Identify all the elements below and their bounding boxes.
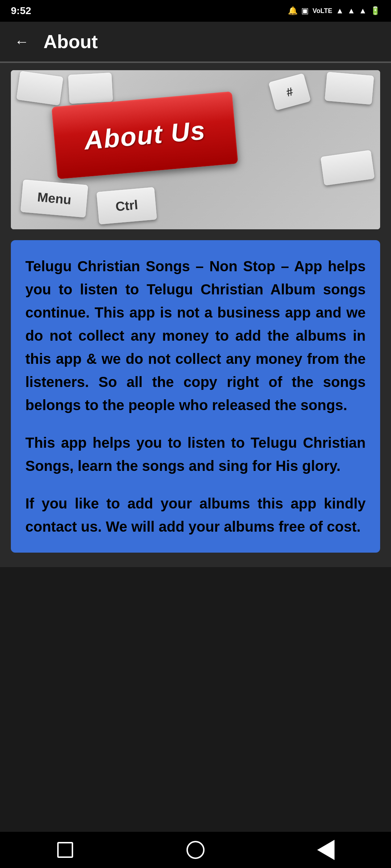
nav-bar: ← About: [0, 22, 391, 61]
keyboard-key-extra4: [320, 150, 375, 186]
triangle-icon: [317, 840, 335, 860]
keyboard-background: # About Us Menu Ctrl: [11, 70, 380, 229]
nav-circle-button[interactable]: [183, 837, 208, 863]
status-bar: 9:52 🔔 ▣ VoLTE ▲ ▲ ▲ 🔋: [0, 0, 391, 22]
keyboard-key-extra2: [68, 73, 113, 104]
bottom-nav: [0, 832, 391, 868]
keyboard-key-extra3: [325, 72, 374, 105]
nav-back-button[interactable]: [313, 837, 339, 863]
about-us-key: About Us: [51, 92, 238, 179]
ctrl-key: Ctrl: [96, 187, 157, 225]
about-paragraph-1: Telugu Christian Songs – Non Stop – App …: [25, 255, 366, 417]
circle-icon: [186, 841, 205, 859]
screen-record-icon: ▣: [301, 6, 309, 16]
menu-key: Menu: [20, 179, 88, 217]
back-button[interactable]: ←: [11, 31, 33, 52]
volte-icon: VoLTE: [312, 7, 332, 15]
hero-image: # About Us Menu Ctrl: [11, 70, 380, 229]
status-time: 9:52: [11, 5, 31, 17]
about-box: Telugu Christian Songs – Non Stop – App …: [11, 240, 380, 553]
hash-key: #: [268, 73, 311, 110]
signal-icon1: ▲: [347, 6, 355, 16]
wifi-icon: ▲: [336, 6, 344, 16]
battery-icon: 🔋: [370, 6, 380, 16]
status-icons: 🔔 ▣ VoLTE ▲ ▲ ▲ 🔋: [288, 6, 380, 16]
page-title: About: [43, 31, 98, 52]
keyboard-key-extra1: [16, 71, 63, 106]
notification-icon: 🔔: [288, 6, 298, 16]
square-icon: [57, 842, 73, 858]
nav-square-button[interactable]: [52, 837, 78, 863]
main-content: # About Us Menu Ctrl Telugu Christian So…: [0, 63, 391, 567]
back-arrow-icon: ←: [14, 34, 29, 50]
about-paragraph-3: If you like to add your albums this app …: [25, 492, 366, 538]
signal-icon2: ▲: [359, 6, 367, 16]
about-paragraph-2: This app helps you to listen to Telugu C…: [25, 431, 366, 477]
